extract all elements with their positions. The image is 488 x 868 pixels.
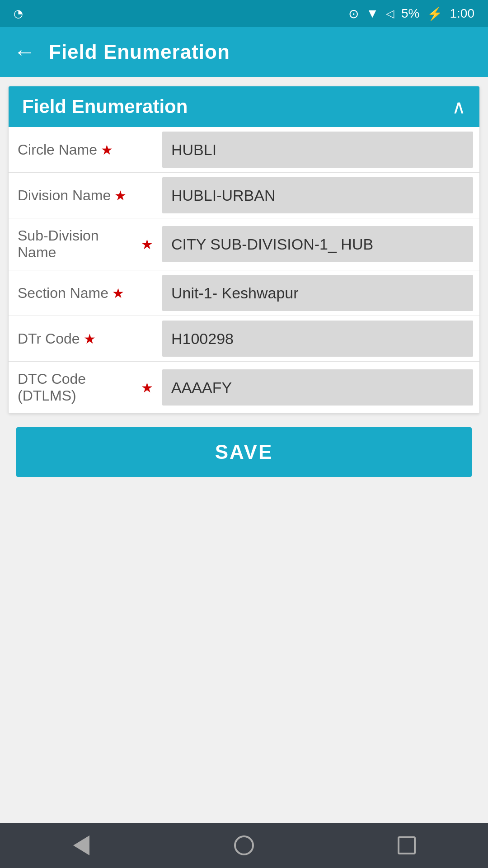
card-header[interactable]: Field Enumeration ∧ xyxy=(9,86,479,127)
back-button[interactable]: ← xyxy=(14,41,35,63)
home-nav-button[interactable] xyxy=(226,827,262,863)
form-row-division-name: Division Name ★ HUBLI-URBAN xyxy=(9,173,479,218)
form-row-dtc-code: DTC Code (DTLMS) ★ AAAAFY xyxy=(9,362,479,413)
field-enumeration-card: Field Enumeration ∧ Circle Name ★ HUBLI … xyxy=(8,86,480,414)
section-name-value[interactable]: Unit-1- Keshwapur xyxy=(162,275,473,311)
form-row-circle-name: Circle Name ★ HUBLI xyxy=(9,127,479,173)
card-header-title: Field Enumeration xyxy=(22,96,188,118)
status-bar: ◔ ⊙ ▼ ◁ 5% ⚡ 1:00 xyxy=(0,0,488,27)
back-nav-button[interactable] xyxy=(63,827,99,863)
battery-icon: ⚡ xyxy=(427,6,443,21)
dtr-code-value[interactable]: H100298 xyxy=(162,321,473,357)
clock: 1:00 xyxy=(450,6,475,21)
app-bar-title: Field Enumeration xyxy=(49,41,230,63)
recents-nav-icon xyxy=(398,836,416,854)
spinner-icon: ◔ xyxy=(14,7,23,20)
form-row-section-name: Section Name ★ Unit-1- Keshwapur xyxy=(9,270,479,316)
status-right: ⊙ ▼ ◁ 5% ⚡ 1:00 xyxy=(348,6,474,21)
division-name-value[interactable]: HUBLI-URBAN xyxy=(162,177,473,213)
required-star-dtc: ★ xyxy=(141,380,153,396)
wifi-icon: ▼ xyxy=(366,6,379,21)
signal-icon: ◁ xyxy=(386,7,394,20)
division-name-label: Division Name ★ xyxy=(9,178,162,213)
circle-name-value[interactable]: HUBLI xyxy=(162,132,473,168)
circle-name-label: Circle Name ★ xyxy=(9,132,162,167)
recents-nav-button[interactable] xyxy=(389,827,425,863)
required-star-section: ★ xyxy=(112,285,124,301)
dtr-code-label: DTr Code ★ xyxy=(9,321,162,356)
subdivision-name-value[interactable]: CITY SUB-DIVISION-1_ HUB xyxy=(162,226,473,262)
back-nav-icon xyxy=(73,835,89,855)
required-star-subdivision: ★ xyxy=(141,236,153,252)
main-content: Field Enumeration ∧ Circle Name ★ HUBLI … xyxy=(0,77,488,823)
home-nav-icon xyxy=(234,835,254,855)
battery-percent: 5% xyxy=(401,6,419,21)
save-section: SAVE xyxy=(8,414,480,491)
required-star-division: ★ xyxy=(114,188,127,203)
section-name-label: Section Name ★ xyxy=(9,276,162,311)
app-bar: ← Field Enumeration xyxy=(0,27,488,77)
dtc-code-label: DTC Code (DTLMS) ★ xyxy=(9,362,162,413)
form-row-dtr-code: DTr Code ★ H100298 xyxy=(9,316,479,362)
save-button[interactable]: SAVE xyxy=(16,427,472,477)
subdivision-name-label: Sub-Division Name ★ xyxy=(9,218,162,270)
required-star-dtr: ★ xyxy=(84,331,96,347)
dtc-code-value[interactable]: AAAAFY xyxy=(162,369,473,406)
collapse-icon: ∧ xyxy=(452,96,466,118)
required-star-circle: ★ xyxy=(101,142,113,158)
drm-icon: ⊙ xyxy=(348,6,359,21)
form-row-subdivision-name: Sub-Division Name ★ CITY SUB-DIVISION-1_… xyxy=(9,218,479,270)
status-left: ◔ xyxy=(14,7,23,20)
bottom-nav xyxy=(0,823,488,868)
